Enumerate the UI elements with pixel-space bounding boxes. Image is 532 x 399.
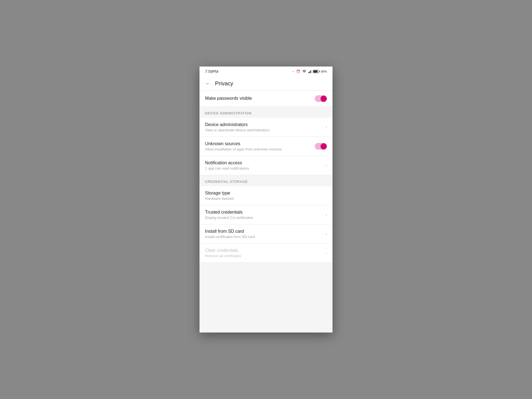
trusted-credentials-subtitle: Display trusted CA certificates	[205, 216, 323, 220]
toggle-track	[315, 95, 327, 102]
unknown-sources-track	[315, 143, 327, 150]
device-administrators-subtitle: View or deactivate device administrators	[205, 128, 323, 132]
credential-storage-title: CREDENTIAL STORAGE	[205, 180, 248, 184]
storage-type-subtitle: Hardware-backed	[205, 196, 327, 201]
status-bar: 7:59PM ··· ⏰	[200, 66, 332, 76]
device-admin-title: DEVICE ADMINISTRATION	[205, 111, 251, 115]
device-admin-header: DEVICE ADMINISTRATION	[200, 107, 332, 118]
unknown-sources-toggle[interactable]	[315, 143, 327, 150]
device-administrators-title: Device administrators	[205, 122, 323, 127]
toggle-thumb	[321, 96, 327, 102]
status-icons: ··· ⏰ 89%	[292, 69, 327, 74]
wifi-icon	[302, 69, 306, 74]
alarm-icon: ⏰	[296, 70, 300, 73]
notification-access-subtitle: 1 app can read notifications	[205, 166, 323, 170]
clear-credentials-item: Clear credentials Remove all certificate…	[200, 244, 332, 263]
trusted-credentials-chevron: ›	[326, 212, 327, 217]
clear-credentials-title: Clear credentials	[205, 248, 323, 253]
install-from-sd-card-title: Install from SD card	[205, 229, 323, 234]
signal-icon	[308, 70, 311, 73]
battery-percent: 89%	[321, 70, 327, 73]
status-time: 7:59PM	[205, 69, 218, 74]
unknown-sources-thumb	[321, 143, 327, 149]
clear-credentials-subtitle: Remove all certificates	[205, 254, 323, 258]
trusted-credentials-title: Trusted credentials	[205, 210, 323, 215]
trusted-credentials-item[interactable]: Trusted credentials Display trusted CA c…	[200, 205, 332, 224]
make-passwords-toggle[interactable]	[315, 95, 327, 102]
unknown-sources-title: Unknown sources	[205, 141, 315, 146]
notification-access-item[interactable]: Notification access 1 app can read notif…	[200, 156, 332, 175]
storage-type-item: Storage type Hardware-backed	[200, 186, 332, 205]
dots-icon: ···	[292, 70, 295, 73]
device-administrators-chevron: ›	[326, 125, 327, 130]
install-from-sd-card-chevron: ›	[326, 231, 327, 236]
notification-access-chevron: ›	[326, 163, 327, 168]
make-passwords-visible-title: Make passwords visible	[205, 96, 315, 101]
install-from-sd-card-item[interactable]: Install from SD card Install certificate…	[200, 224, 332, 244]
unknown-sources-item[interactable]: Unknown sources Allow installation of ap…	[200, 137, 332, 156]
make-passwords-visible-item[interactable]: Make passwords visible	[200, 91, 332, 107]
clear-credentials-chevron: ›	[326, 250, 327, 255]
app-bar: ← Privacy	[200, 76, 332, 91]
device-administrators-item[interactable]: Device administrators View or deactivate…	[200, 118, 332, 137]
storage-type-title: Storage type	[205, 191, 327, 196]
credential-storage-header: CREDENTIAL STORAGE	[200, 175, 332, 186]
notification-access-title: Notification access	[205, 160, 323, 165]
battery-icon: 89%	[313, 70, 327, 73]
back-button[interactable]: ←	[204, 79, 212, 88]
settings-content: Make passwords visible DEVICE ADMINISTRA…	[200, 91, 332, 263]
page-title: Privacy	[215, 80, 233, 87]
unknown-sources-subtitle: Allow installation of apps from unknown …	[205, 147, 315, 151]
install-from-sd-card-subtitle: Install certificates from SD card	[205, 235, 323, 239]
phone-container: 7:59PM ··· ⏰	[200, 66, 332, 332]
